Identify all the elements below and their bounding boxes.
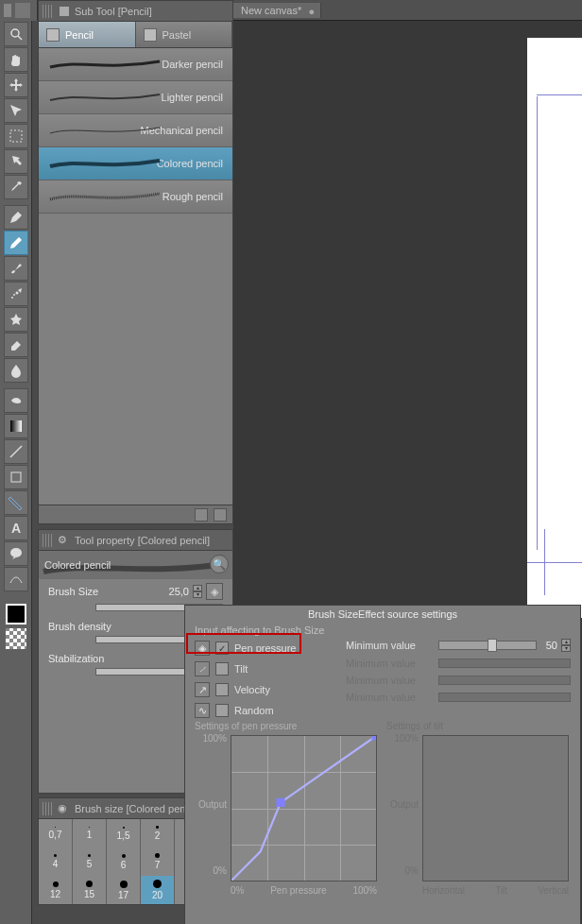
- foreground-color[interactable]: [6, 604, 26, 625]
- tilt-x-v: Vertical: [538, 885, 569, 896]
- random-icon: ∿: [195, 703, 210, 718]
- size-value: 1,5: [117, 830, 130, 841]
- min-value-slider-pen[interactable]: [438, 641, 537, 650]
- eyedropper-tool[interactable]: [4, 175, 28, 199]
- brush-mechanical-pencil[interactable]: Mechanical pencil: [39, 114, 232, 147]
- brush-tool[interactable]: [4, 256, 28, 281]
- size-preset-1[interactable]: 1: [73, 819, 107, 847]
- size-dot-icon: [53, 881, 59, 887]
- svg-point-0: [11, 29, 19, 37]
- popup-title: Brush SizeEffect source settings: [185, 606, 580, 623]
- brush-colored-pencil[interactable]: Colored pencil: [39, 147, 232, 180]
- brush-size-dynamics-button[interactable]: ◈: [206, 583, 223, 600]
- x-axis-0: 0%: [231, 885, 244, 896]
- size-dot-icon: [54, 854, 57, 857]
- pen-pressure-graph[interactable]: [231, 735, 377, 881]
- size-preset-0,7[interactable]: 0,7: [39, 819, 73, 847]
- brush-size-label: Brush Size: [48, 586, 98, 597]
- figure-tool[interactable]: [4, 465, 28, 489]
- grip-icon: [43, 802, 54, 815]
- pencil-tool[interactable]: [4, 231, 28, 255]
- brush-size-up[interactable]: ▴: [193, 585, 202, 591]
- size-preset-20[interactable]: 20: [141, 876, 175, 904]
- pencil-tab-icon: [46, 28, 60, 42]
- balloon-tool[interactable]: [4, 541, 28, 566]
- correct-line-tool[interactable]: [4, 567, 28, 591]
- size-dot-icon: [88, 854, 92, 858]
- x-axis-100: 100%: [352, 885, 377, 896]
- text-tool[interactable]: A: [4, 516, 28, 540]
- line-tool[interactable]: [4, 439, 28, 464]
- size-preset-4[interactable]: 4: [39, 847, 73, 876]
- y-axis-0: 0%: [214, 865, 227, 876]
- size-preset-15[interactable]: 15: [73, 876, 107, 904]
- tilt-x-h: Horizontal: [422, 885, 465, 896]
- airbrush-tool[interactable]: [4, 282, 28, 306]
- size-preset-7[interactable]: 7: [141, 847, 175, 876]
- brush-size-down[interactable]: ▾: [193, 591, 202, 598]
- graph-tilt-title: Settings of tilt: [386, 721, 569, 731]
- ruler-tool[interactable]: [4, 490, 28, 515]
- main-toolbar: A: [0, 21, 32, 924]
- canvas-tab[interactable]: New canvas* ●: [233, 3, 321, 18]
- close-tab-icon[interactable]: ●: [309, 6, 316, 17]
- decoration-tool[interactable]: [4, 307, 28, 332]
- svg-rect-12: [371, 736, 376, 741]
- size-value: 15: [84, 889, 94, 899]
- tilt-checkbox[interactable]: [215, 662, 229, 676]
- svg-rect-10: [60, 7, 69, 16]
- size-preset-6[interactable]: 6: [107, 847, 141, 876]
- brush-lighter-pencil[interactable]: Lighter pencil: [39, 81, 232, 114]
- tilt-y-100: 100%: [394, 733, 419, 744]
- size-value: 5: [87, 859, 93, 869]
- stabilization-label: Stabilization: [48, 653, 104, 664]
- brush-size-value[interactable]: 25,0: [167, 586, 191, 597]
- random-checkbox[interactable]: [215, 704, 229, 717]
- brush-dynamics-popup: Brush SizeEffect source settings Input a…: [184, 605, 581, 924]
- pen-tool[interactable]: [4, 205, 28, 230]
- size-dot-icon: [153, 880, 162, 888]
- new-subtool-icon[interactable]: [195, 508, 208, 522]
- min-pen-down[interactable]: ▾: [561, 645, 571, 652]
- svg-rect-11: [276, 798, 284, 807]
- min-value-pen[interactable]: 50: [544, 640, 559, 651]
- tab-pencil[interactable]: Pencil: [39, 22, 136, 47]
- velocity-checkbox[interactable]: [215, 683, 229, 696]
- random-label: Random: [234, 705, 274, 716]
- tab-pastel[interactable]: Pastel: [136, 22, 233, 47]
- delete-subtool-icon[interactable]: [214, 508, 227, 522]
- panel-icon: [58, 5, 71, 18]
- marquee-tool[interactable]: [4, 124, 28, 148]
- brush-rough-pencil[interactable]: Rough pencil: [39, 180, 232, 214]
- move-tool[interactable]: [4, 73, 28, 97]
- detail-settings-icon[interactable]: 🔍: [210, 555, 229, 573]
- tool-property-header[interactable]: ⚙ Tool property [Colored pencil]: [39, 530, 232, 551]
- liquify-tool[interactable]: [4, 388, 28, 413]
- subtool-panel-header[interactable]: Sub Tool [Pencil]: [39, 1, 232, 22]
- size-preset-5[interactable]: 5: [73, 847, 107, 876]
- brush-darker-pencil[interactable]: Darker pencil: [39, 48, 232, 81]
- size-preset-17[interactable]: 17: [107, 876, 141, 904]
- hand-tool[interactable]: [4, 47, 28, 72]
- brush-stroke-preview: [48, 122, 162, 139]
- auto-select-tool[interactable]: [4, 149, 28, 174]
- magnifier-tool[interactable]: [4, 22, 28, 46]
- size-preset-2[interactable]: 2: [141, 819, 175, 847]
- size-preset-1,5[interactable]: 1,5: [107, 819, 141, 847]
- operation-tool[interactable]: [4, 98, 28, 123]
- panel-collapse-icon[interactable]: [4, 4, 11, 17]
- grip-icon: [43, 534, 54, 547]
- pen-pressure-checkbox[interactable]: [215, 642, 229, 655]
- transparent-color[interactable]: [6, 628, 26, 649]
- min-pen-up[interactable]: ▴: [561, 639, 571, 645]
- svg-rect-2: [10, 130, 22, 142]
- y-axis-100: 100%: [202, 733, 227, 744]
- size-dot-icon: [123, 827, 125, 829]
- grip-icon: [43, 5, 54, 18]
- blend-tool[interactable]: [4, 358, 28, 383]
- gradient-tool[interactable]: [4, 414, 28, 438]
- eraser-tool[interactable]: [4, 333, 28, 357]
- size-preset-12[interactable]: 12: [39, 876, 73, 904]
- svg-point-9: [10, 548, 22, 557]
- brush-density-label: Brush density: [48, 621, 111, 632]
